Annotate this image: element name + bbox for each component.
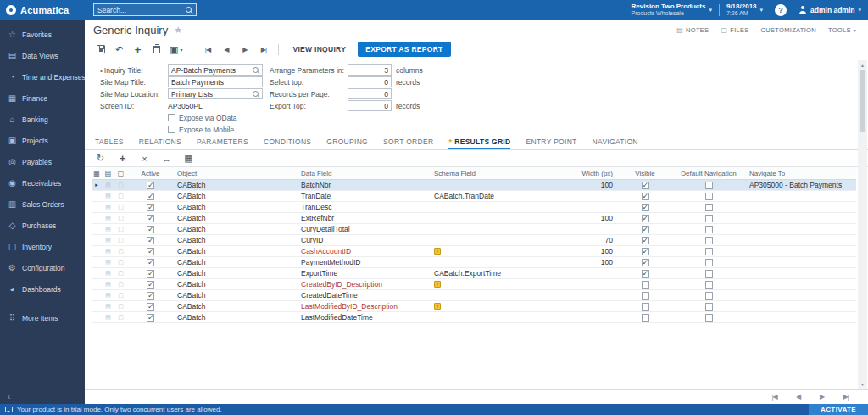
scrollbar-thumb[interactable] [860, 70, 865, 132]
column-header-schema-field[interactable]: Schema Field [431, 167, 581, 179]
table-row[interactable]: ▤▢CABatchPaymentMethodID100 [92, 257, 856, 268]
add-new-button[interactable]: + [132, 42, 143, 56]
tab-entry-point[interactable]: ENTRY POINT [526, 133, 576, 149]
sidebar-item-payables[interactable]: ◎Payables [0, 151, 85, 172]
scroll-down-icon[interactable]: ▼ [858, 379, 867, 389]
note-icon[interactable]: ▤ [102, 191, 114, 201]
fit-columns-button[interactable]: ↔ [161, 152, 172, 165]
visible-checkbox[interactable] [642, 314, 649, 322]
active-checkbox[interactable] [147, 314, 154, 322]
default-navigation-checkbox[interactable] [705, 237, 713, 244]
file-icon[interactable]: ▢ [114, 290, 127, 300]
table-row[interactable]: ▤▢CABatchTranDateCABatch.TranDate [92, 191, 856, 202]
acumatica-logo[interactable]: Acumatica [0, 5, 85, 15]
table-row[interactable]: ▤▢CABatchExtRefNbr100 [92, 213, 856, 224]
user-menu[interactable]: admin admin ▾ [792, 0, 868, 20]
table-row[interactable]: ▤▢CABatchCuryDetailTotal [92, 224, 856, 235]
tab-navigation[interactable]: NAVIGATION [593, 133, 638, 149]
visible-checkbox[interactable] [642, 237, 649, 244]
tab-results-grid[interactable]: *RESULTS GRID [448, 133, 510, 149]
company-selector[interactable]: Revision Two Products Products Wholesale… [625, 0, 719, 20]
file-icon[interactable]: ▢ [114, 246, 127, 256]
visible-checkbox[interactable] [642, 193, 649, 200]
field-site-map-title[interactable]: Batch Payments [168, 76, 263, 87]
column-header-navigate-to[interactable]: Navigate To [744, 167, 856, 179]
global-search-box[interactable] [93, 3, 197, 16]
field-export-top[interactable]: 0 [348, 100, 392, 111]
visible-checkbox[interactable] [642, 303, 649, 311]
sidebar-item-receivables[interactable]: ◉Receivables [0, 172, 85, 193]
search-input[interactable] [97, 6, 186, 14]
sidebar-item-inventory[interactable]: ▢Inventory [0, 236, 85, 257]
sidebar-collapse-button[interactable]: ‹ [0, 390, 85, 404]
table-row[interactable]: ▤▢CABatchLastModifiedDateTime [92, 312, 856, 323]
note-icon[interactable]: ▤ [102, 180, 114, 190]
file-icon[interactable]: ▢ [114, 213, 127, 223]
vertical-scrollbar[interactable]: ▲ ▼ [858, 60, 867, 389]
active-checkbox[interactable] [147, 215, 154, 222]
note-icon[interactable]: ▤ [102, 268, 114, 278]
default-navigation-checkbox[interactable] [705, 193, 713, 200]
activate-button[interactable]: ACTIVATE [809, 404, 868, 415]
sidebar-item-more-items[interactable]: ⠿More Items [0, 307, 85, 328]
column-header-visible[interactable]: Visible [617, 167, 673, 179]
sidebar-item-dashboards[interactable]: ◕Dashboards [0, 278, 85, 300]
export-grid-button[interactable]: ▦ [183, 152, 194, 165]
note-icon[interactable]: ▤ [102, 224, 114, 234]
lookup-icon[interactable] [253, 67, 259, 74]
active-checkbox[interactable] [147, 226, 154, 233]
page-previous-button[interactable]: ◀ [793, 390, 804, 404]
default-navigation-checkbox[interactable] [705, 270, 713, 278]
visible-checkbox[interactable] [642, 204, 649, 211]
page-next-button[interactable]: ▶ [816, 390, 827, 404]
file-icon[interactable]: ▢ [114, 235, 127, 245]
active-checkbox[interactable] [147, 270, 154, 278]
note-icon[interactable]: ▤ [102, 213, 114, 223]
sidebar-item-projects[interactable]: ▣Projects [0, 130, 85, 151]
note-icon[interactable]: ▤ [102, 312, 114, 322]
lookup-icon[interactable] [253, 91, 259, 98]
visible-checkbox[interactable] [642, 226, 649, 233]
field-inquiry-title[interactable]: AP-Batch Payments [168, 64, 263, 76]
visible-checkbox[interactable] [642, 270, 649, 278]
help-button[interactable]: ? [775, 4, 787, 16]
go-first-button[interactable]: |◀ [202, 42, 213, 56]
page-link-customization[interactable]: CUSTOMIZATION [761, 26, 816, 34]
sidebar-item-sales-orders[interactable]: ▥Sales Orders [0, 193, 85, 215]
file-icon[interactable]: ▢ [114, 268, 127, 278]
column-header-data-field[interactable]: Data Field [298, 167, 431, 179]
field-site-map-location[interactable]: Primary Lists [168, 88, 263, 99]
visible-checkbox[interactable] [642, 281, 649, 289]
tab-tables[interactable]: TABLES [95, 133, 124, 149]
sidebar-item-favorites[interactable]: ☆Favorites [0, 24, 85, 45]
file-icon[interactable]: ▢ [114, 301, 127, 311]
active-checkbox[interactable] [147, 237, 154, 244]
default-navigation-checkbox[interactable] [705, 204, 713, 211]
sidebar-item-time-and-expenses[interactable]: ◔Time and Expenses [0, 66, 85, 87]
default-navigation-checkbox[interactable] [705, 226, 713, 233]
tab-conditions[interactable]: CONDITIONS [264, 133, 311, 149]
default-navigation-checkbox[interactable] [705, 182, 713, 189]
note-icon[interactable]: ▤ [102, 301, 114, 311]
file-icon[interactable]: ▢ [114, 224, 127, 234]
active-checkbox[interactable] [147, 193, 154, 200]
column-header-default-navigation[interactable]: Default Navigation [673, 167, 744, 179]
tab-relations[interactable]: RELATIONS [139, 133, 181, 149]
file-icon[interactable]: ▢ [114, 191, 127, 201]
sidebar-item-finance[interactable]: ▦Finance [0, 87, 85, 109]
table-row[interactable]: ▤▢CABatchCashAccountID!100 [92, 246, 856, 257]
sidebar-item-configuration[interactable]: ⚙Configuration [0, 257, 85, 278]
file-icon[interactable]: ▢ [114, 312, 127, 322]
page-link-files[interactable]: ▢FILES [721, 26, 748, 34]
file-icon[interactable]: ▢ [114, 202, 127, 212]
note-icon[interactable]: ▤ [102, 279, 114, 289]
field-select-top[interactable]: 0 [348, 76, 392, 87]
active-checkbox[interactable] [147, 259, 154, 266]
active-checkbox[interactable] [147, 204, 154, 211]
file-icon[interactable]: ▢ [114, 180, 127, 190]
default-navigation-checkbox[interactable] [705, 259, 713, 266]
sidebar-item-purchases[interactable]: ◇Purchases [0, 215, 85, 236]
checkbox[interactable] [168, 126, 175, 133]
active-checkbox[interactable] [147, 182, 154, 189]
note-icon[interactable]: ▤ [102, 235, 114, 245]
